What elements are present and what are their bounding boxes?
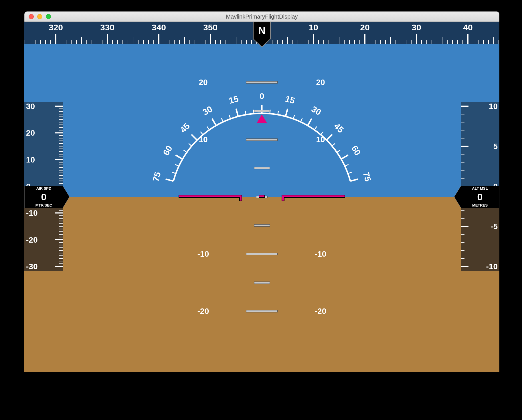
svg-text:40: 40 <box>463 23 472 32</box>
svg-text:75: 75 <box>361 171 373 183</box>
svg-line-112 <box>166 179 173 181</box>
svg-text:-30: -30 <box>26 262 37 271</box>
svg-line-148 <box>341 155 348 159</box>
svg-line-150 <box>345 165 349 166</box>
svg-line-151 <box>348 172 352 174</box>
svg-text:30: 30 <box>201 104 214 117</box>
svg-text:75: 75 <box>151 171 163 183</box>
svg-text:30: 30 <box>412 23 421 32</box>
svg-text:30: 30 <box>310 104 323 117</box>
compass-heading-cardinal: N <box>258 25 266 36</box>
svg-text:60: 60 <box>350 144 363 157</box>
airspeed-readout: AIR SPD 0 MTR/SEC <box>24 186 70 208</box>
svg-text:330: 330 <box>100 23 114 32</box>
primary-flight-display: 31032033034035001020304050 N 75604530150… <box>24 22 499 372</box>
altitude-label-bottom: METRES <box>460 203 499 207</box>
svg-line-140 <box>308 119 312 126</box>
svg-line-124 <box>212 119 216 126</box>
svg-text:320: 320 <box>49 23 63 32</box>
window-title: MavlinkPrimaryFlightDisplay <box>25 13 499 20</box>
svg-line-118 <box>183 150 187 152</box>
svg-line-115 <box>175 165 179 166</box>
svg-line-142 <box>315 126 317 130</box>
svg-line-116 <box>176 155 183 159</box>
svg-line-152 <box>350 179 358 181</box>
app-window: MavlinkPrimaryFlightDisplay 310320330340… <box>24 11 499 372</box>
svg-line-138 <box>293 115 294 119</box>
svg-line-119 <box>189 143 192 146</box>
svg-text:10: 10 <box>489 102 498 111</box>
svg-text:15: 15 <box>228 94 240 106</box>
svg-line-143 <box>321 132 323 135</box>
svg-text:60: 60 <box>161 144 174 157</box>
svg-text:30: 30 <box>26 102 35 111</box>
svg-line-139 <box>300 118 302 122</box>
svg-line-123 <box>207 126 209 130</box>
svg-text:-10: -10 <box>486 262 498 271</box>
airspeed-label-bottom: MTR/SEC <box>24 203 63 207</box>
svg-line-146 <box>332 143 335 146</box>
svg-text:15: 15 <box>284 94 296 106</box>
aircraft-reference-symbol <box>162 188 362 205</box>
svg-text:20: 20 <box>360 23 369 32</box>
svg-line-114 <box>172 172 176 174</box>
svg-line-127 <box>229 115 231 119</box>
svg-text:-10: -10 <box>26 209 37 217</box>
svg-line-126 <box>222 118 223 122</box>
svg-line-147 <box>337 150 340 152</box>
altitude-readout: ALT MSL 0 METRES <box>454 186 499 208</box>
svg-text:-5: -5 <box>491 222 498 231</box>
svg-text:350: 350 <box>203 23 217 32</box>
svg-text:0: 0 <box>260 93 264 101</box>
window-titlebar[interactable]: MavlinkPrimaryFlightDisplay <box>24 11 499 22</box>
compass-heading-pointer: N <box>252 22 272 49</box>
svg-text:5: 5 <box>493 142 498 151</box>
svg-line-122 <box>200 132 203 135</box>
compass-tape: 31032033034035001020304050 N <box>24 22 499 44</box>
svg-text:20: 20 <box>26 128 35 137</box>
svg-text:45: 45 <box>178 121 191 134</box>
svg-text:45: 45 <box>332 121 346 134</box>
svg-rect-154 <box>259 195 265 197</box>
svg-text:340: 340 <box>152 23 166 32</box>
svg-text:-20: -20 <box>26 235 37 244</box>
svg-text:10: 10 <box>26 155 35 164</box>
svg-text:10: 10 <box>309 23 318 32</box>
